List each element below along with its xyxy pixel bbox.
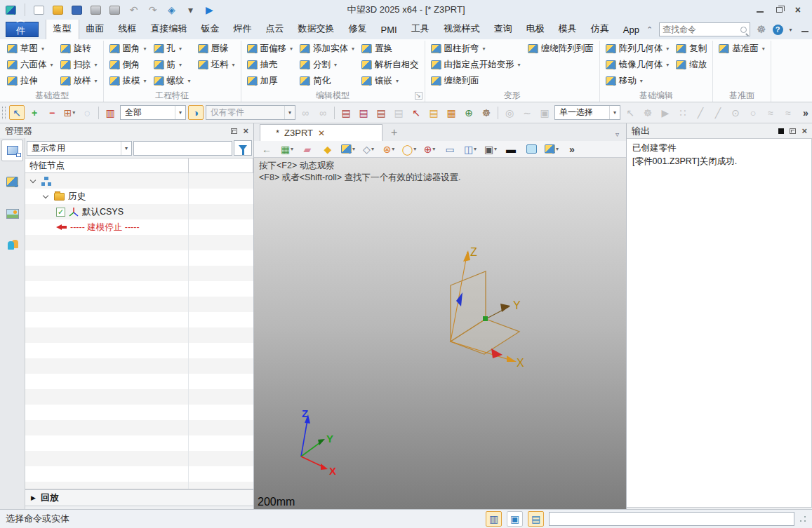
fullscreen-button[interactable]: ▭ bbox=[443, 142, 457, 156]
scope-filter-combo[interactable]: 仅有零件▾ bbox=[206, 105, 295, 120]
monitor-toggle[interactable]: ▣ bbox=[507, 511, 523, 527]
ribbon-item[interactable]: 螺纹▾ bbox=[150, 73, 194, 89]
visual-manager-tab[interactable] bbox=[1, 203, 23, 224]
chevron-down-icon[interactable] bbox=[43, 192, 48, 198]
settings-gear-icon[interactable]: ☸ bbox=[757, 23, 766, 36]
resize-grip-icon[interactable] bbox=[799, 515, 806, 522]
modeling-stop-node[interactable]: ----- 建模停止 ----- bbox=[25, 219, 253, 235]
ribbon-item[interactable]: 缠绕到面 bbox=[427, 73, 524, 89]
line-width-button[interactable]: ▬ bbox=[504, 142, 518, 156]
regen-button[interactable]: ◈ bbox=[165, 4, 178, 17]
ribbon-item[interactable]: 草图▾ bbox=[4, 41, 57, 57]
dropdown-arrow-icon[interactable]: ▾ bbox=[518, 62, 521, 68]
dropdown-arrow-icon[interactable]: ▾ bbox=[95, 78, 98, 84]
display-mode-combo[interactable]: 显示常用 ▾ bbox=[27, 141, 132, 156]
doc-minimize-icon[interactable] bbox=[801, 27, 808, 32]
layer-list-button[interactable]: ▤ bbox=[426, 105, 441, 120]
lasso-select-button[interactable]: ◌ bbox=[79, 105, 95, 120]
select-add-button[interactable]: + bbox=[27, 105, 42, 120]
pick-highlight-toggle[interactable]: ↖ bbox=[9, 105, 25, 120]
print-button[interactable] bbox=[89, 4, 102, 17]
ribbon-item[interactable]: 倒角 bbox=[106, 57, 150, 73]
pick-face-button[interactable]: ▤ bbox=[356, 105, 371, 120]
ribbon-item[interactable]: 置换 bbox=[358, 41, 422, 57]
ribbon-item[interactable]: 分割▾ bbox=[296, 57, 358, 73]
undo-button[interactable]: ↶ bbox=[127, 4, 140, 17]
wireframe-display-button[interactable]: ◇▾ bbox=[361, 142, 375, 156]
ribbon-item[interactable]: 复制 bbox=[672, 41, 710, 57]
dropdown-arrow-icon[interactable]: ▾ bbox=[334, 62, 337, 68]
dropdown-arrow-icon[interactable]: ▾ bbox=[396, 78, 399, 84]
save-button[interactable] bbox=[70, 4, 84, 17]
loop-pick-button[interactable]: ∞ bbox=[315, 105, 331, 120]
ribbon-item[interactable]: 放样▾ bbox=[57, 73, 101, 89]
tab-12[interactable]: 查询 bbox=[487, 19, 519, 39]
part-filter-toggle[interactable]: ◑ bbox=[188, 105, 204, 120]
default-csys-node[interactable]: ✓默认CSYS bbox=[25, 204, 253, 219]
pick-component-button[interactable]: ▤ bbox=[391, 105, 406, 120]
dropdown-arrow-icon[interactable]: ▾ bbox=[175, 106, 185, 119]
dropdown-arrow-icon[interactable]: ▾ bbox=[666, 46, 669, 52]
ribbon-item[interactable]: 基准面▾ bbox=[715, 41, 768, 57]
tab-11[interactable]: 视觉样式 bbox=[437, 19, 487, 39]
background-color-button[interactable] bbox=[524, 142, 538, 156]
ribbon-item[interactable]: 拉伸 bbox=[4, 73, 57, 89]
ribbon-item[interactable]: 圆角▾ bbox=[106, 41, 150, 57]
layer-manager-button[interactable]: ▦ bbox=[444, 105, 459, 120]
dropdown-arrow-icon[interactable]: ▾ bbox=[232, 62, 235, 68]
ribbon-item[interactable]: 缩放 bbox=[672, 57, 710, 73]
ribbon-item[interactable]: 面偏移▾ bbox=[244, 41, 297, 57]
filter-button[interactable] bbox=[234, 140, 252, 156]
tab-3[interactable]: 直接编辑 bbox=[144, 19, 194, 39]
tab-10[interactable]: 工具 bbox=[404, 19, 437, 39]
material-button[interactable]: ▾ bbox=[545, 142, 559, 156]
replay-section-header[interactable]: ▶ 回放 bbox=[25, 489, 253, 506]
dropdown-arrow-icon[interactable]: ▾ bbox=[762, 46, 765, 52]
viewbar-overflow-button[interactable]: » bbox=[565, 142, 579, 156]
compass-button[interactable]: ◎ bbox=[502, 105, 517, 120]
feature-tree[interactable]: 历史✓默认CSYS----- 建模停止 ----- bbox=[25, 173, 253, 489]
prompt-bar-toggle[interactable]: ▥ bbox=[486, 511, 502, 527]
dropdown-arrow-icon[interactable]: ▾ bbox=[666, 62, 669, 68]
ribbon-item[interactable]: 镜像几何体▾ bbox=[602, 57, 673, 73]
pick-edge-button[interactable]: ▤ bbox=[373, 105, 389, 120]
ribbon-item[interactable]: 镶嵌▾ bbox=[358, 73, 422, 89]
tab-close-icon[interactable]: ✕ bbox=[318, 128, 325, 138]
tab-0[interactable]: 造型 bbox=[46, 18, 79, 39]
sel-circle-button[interactable]: ○ bbox=[745, 105, 761, 120]
ribbon-item[interactable]: 坯料▾ bbox=[194, 57, 239, 73]
ribbon-item[interactable]: 抽壳 bbox=[244, 57, 297, 73]
manager-restore-icon[interactable] bbox=[231, 128, 237, 134]
dropdown-arrow-icon[interactable]: ▾ bbox=[51, 62, 53, 68]
ribbon-item[interactable]: 扫掠▾ bbox=[57, 57, 101, 73]
select-remove-button[interactable]: − bbox=[44, 105, 60, 120]
sel-play-button[interactable]: ▶ bbox=[658, 105, 673, 120]
viewport[interactable]: 按下<F2> 动态观察 <F8> 或者<Shift-roll> 查找下一个有效的… bbox=[254, 158, 626, 509]
prompt-collapse-icon[interactable]: ▿ bbox=[615, 130, 619, 141]
dropdown-arrow-icon[interactable]: ▾ bbox=[640, 78, 643, 84]
ribbon-item[interactable]: 添加实体▾ bbox=[296, 41, 358, 57]
ribbon-collapse-icon[interactable]: ⌃ bbox=[646, 25, 653, 34]
tab-5[interactable]: 焊件 bbox=[227, 19, 259, 39]
dropdown-arrow-icon[interactable]: ▾ bbox=[352, 46, 354, 52]
view-orientation-button[interactable]: ◆ bbox=[321, 142, 335, 156]
dropdown-arrow-icon[interactable]: ▾ bbox=[392, 146, 394, 152]
resource-browser-button[interactable]: ⊕ bbox=[461, 105, 477, 120]
tab-9[interactable]: PMI bbox=[374, 21, 404, 39]
settings-tool-button[interactable]: ☸ bbox=[479, 105, 494, 120]
feature-search-input[interactable] bbox=[133, 141, 232, 156]
help-icon[interactable]: ? bbox=[773, 25, 783, 35]
pick-shape-button[interactable]: ▤ bbox=[338, 105, 354, 120]
tab-8[interactable]: 修复 bbox=[342, 19, 374, 39]
spin-view-button[interactable]: ⊛▾ bbox=[382, 142, 396, 156]
assembly-manager-tab[interactable] bbox=[1, 171, 23, 193]
dropdown-arrow-icon[interactable]: ▾ bbox=[494, 146, 497, 152]
sel-arc-center-button[interactable]: ⊙ bbox=[728, 105, 743, 120]
ribbon-item[interactable]: 孔▾ bbox=[150, 41, 194, 57]
sel-points-button[interactable]: ∷ bbox=[675, 105, 691, 120]
dropdown-arrow-icon[interactable]: ▾ bbox=[483, 46, 486, 52]
sel-settings-button[interactable]: ☸ bbox=[640, 105, 655, 120]
dialog-launcher-icon[interactable]: ↘ bbox=[415, 92, 422, 100]
tab-2[interactable]: 线框 bbox=[112, 19, 144, 39]
output-log[interactable]: 已创建零件 [零件001.Z3PRT]关闭成功. bbox=[627, 138, 812, 508]
